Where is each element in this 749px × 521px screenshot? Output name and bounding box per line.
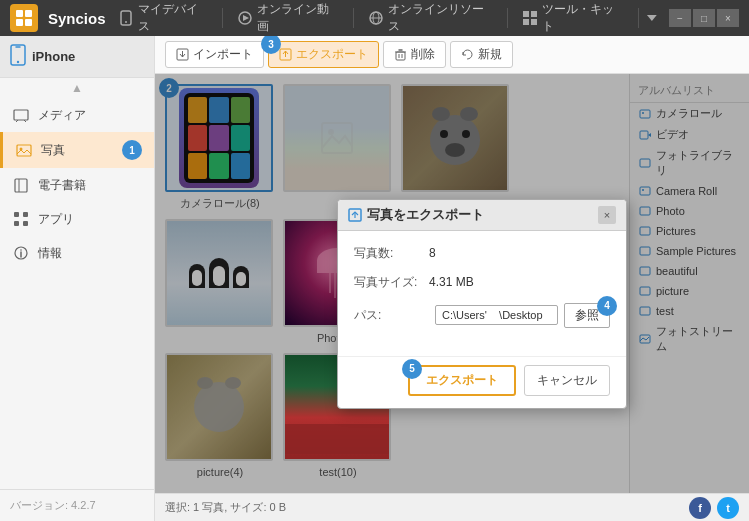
window-controls: − □ ×	[669, 9, 739, 27]
modal-cancel-button[interactable]: キャンセル	[524, 365, 610, 396]
modal-export-button[interactable]: エクスポート 5	[408, 365, 516, 396]
sidebar-item-ebooks-label: 電子書籍	[38, 177, 86, 194]
app-name: Syncios	[48, 10, 106, 27]
nav-sep-2	[353, 8, 354, 28]
app-logo	[10, 4, 38, 32]
modal-label-size: 写真サイズ:	[354, 274, 429, 291]
content-area: インポート エクスポート 3 削除 新規	[155, 36, 749, 521]
svg-rect-2	[16, 19, 23, 26]
photo-icon	[15, 141, 33, 159]
modal-path-input[interactable]	[435, 305, 558, 325]
sidebar-item-ebooks[interactable]: 電子書籍	[0, 168, 154, 202]
nav-online-video[interactable]: オンライン動画	[225, 0, 351, 40]
export-modal-badge: 5	[402, 359, 422, 379]
sidebar-item-apps[interactable]: アプリ	[0, 202, 154, 236]
apps-icon	[12, 210, 30, 228]
selection-status: 選択: 1 写真, サイズ: 0 B	[165, 500, 286, 515]
import-button[interactable]: インポート	[165, 41, 264, 68]
browse-badge: 4	[597, 296, 617, 316]
svg-rect-24	[15, 179, 27, 192]
scroll-up[interactable]: ▲	[0, 78, 154, 98]
svg-rect-27	[23, 212, 28, 217]
grid-panel: カメラロール(8) 2	[155, 74, 749, 493]
titlebar: Syncios マイデバイス オンライン動画 オンラインリソース ツール・キット…	[0, 0, 749, 36]
export-badge: 3	[261, 36, 281, 54]
modal-icon	[348, 208, 362, 222]
export-modal: 写真をエクスポート × 写真数: 8 写真サイズ: 4.31 MB	[337, 199, 627, 409]
statusbar: 選択: 1 写真, サイズ: 0 B f t	[155, 493, 749, 521]
sidebar-item-photos[interactable]: 写真 1	[0, 132, 154, 168]
modal-row-count: 写真数: 8	[354, 245, 610, 262]
sidebar-item-apps-label: アプリ	[38, 211, 74, 228]
book-icon	[12, 176, 30, 194]
delete-label: 削除	[411, 46, 435, 63]
sidebar-item-info[interactable]: 情報	[0, 236, 154, 270]
modal-row-size: 写真サイズ: 4.31 MB	[354, 274, 610, 291]
svg-rect-1	[25, 10, 32, 17]
export-label: エクスポート	[296, 46, 368, 63]
nav-sep-4	[638, 8, 639, 28]
svg-rect-26	[14, 212, 19, 217]
sidebar-item-photos-label: 写真	[41, 142, 65, 159]
nav-toolkit[interactable]: ツール・キット	[510, 0, 636, 40]
minimize-button[interactable]: −	[669, 9, 691, 27]
svg-rect-14	[531, 19, 537, 25]
sidebar: iPhone ▲ メディア 写真 1 電子書籍	[0, 36, 155, 521]
svg-rect-19	[14, 110, 28, 120]
toolbar: インポート エクスポート 3 削除 新規	[155, 36, 749, 74]
import-label: インポート	[193, 46, 253, 63]
nav-bar: マイデバイス オンライン動画 オンラインリソース ツール・キット	[106, 0, 659, 40]
sidebar-device: iPhone	[0, 36, 154, 78]
delete-button[interactable]: 削除	[383, 41, 446, 68]
modal-body: 写真数: 8 写真サイズ: 4.31 MB パス: 参照 4	[338, 231, 626, 356]
modal-label-count: 写真数:	[354, 245, 429, 262]
close-button[interactable]: ×	[717, 9, 739, 27]
device-icon	[10, 44, 26, 69]
modal-title: 写真をエクスポート	[348, 206, 484, 224]
modal-label-path: パス:	[354, 307, 429, 324]
modal-value-count: 8	[429, 246, 610, 260]
svg-rect-0	[16, 10, 23, 17]
version-label: バージョン: 4.2.7	[0, 489, 154, 521]
svg-rect-13	[523, 19, 529, 25]
svg-point-32	[20, 249, 22, 251]
photos-badge: 1	[122, 140, 142, 160]
twitter-button[interactable]: t	[717, 497, 739, 519]
nav-sep-1	[222, 8, 223, 28]
modal-footer: エクスポート 5 キャンセル	[338, 356, 626, 408]
main-layout: iPhone ▲ メディア 写真 1 電子書籍	[0, 36, 749, 521]
svg-rect-28	[14, 221, 19, 226]
modal-value-size: 4.31 MB	[429, 275, 610, 289]
facebook-button[interactable]: f	[689, 497, 711, 519]
device-name: iPhone	[32, 49, 75, 64]
maximize-button[interactable]: □	[693, 9, 715, 27]
refresh-button[interactable]: 新規	[450, 41, 513, 68]
modal-overlay: 写真をエクスポート × 写真数: 8 写真サイズ: 4.31 MB	[155, 74, 749, 493]
tv-icon	[12, 106, 30, 124]
svg-rect-37	[396, 52, 405, 60]
svg-point-5	[125, 21, 127, 23]
nav-mydevice[interactable]: マイデバイス	[106, 0, 220, 40]
social-links: f t	[689, 497, 739, 519]
svg-rect-29	[23, 221, 28, 226]
sidebar-item-media[interactable]: メディア	[0, 98, 154, 132]
svg-rect-12	[531, 11, 537, 17]
modal-close-button[interactable]: ×	[598, 206, 616, 224]
more-icon	[645, 11, 659, 25]
browse-button[interactable]: 参照 4	[564, 303, 610, 328]
svg-marker-15	[647, 15, 657, 21]
svg-point-17	[17, 61, 19, 63]
nav-sep-3	[507, 8, 508, 28]
export-button[interactable]: エクスポート 3	[268, 41, 379, 68]
sidebar-item-info-label: 情報	[38, 245, 62, 262]
svg-rect-22	[17, 145, 31, 156]
svg-rect-11	[523, 11, 529, 17]
svg-rect-3	[25, 19, 32, 26]
modal-titlebar: 写真をエクスポート ×	[338, 200, 626, 231]
svg-marker-7	[243, 15, 249, 21]
nav-online-resource[interactable]: オンラインリソース	[356, 0, 506, 40]
sidebar-item-media-label: メディア	[38, 107, 86, 124]
modal-path-row: パス: 参照 4	[354, 303, 610, 328]
info-icon	[12, 244, 30, 262]
refresh-label: 新規	[478, 46, 502, 63]
